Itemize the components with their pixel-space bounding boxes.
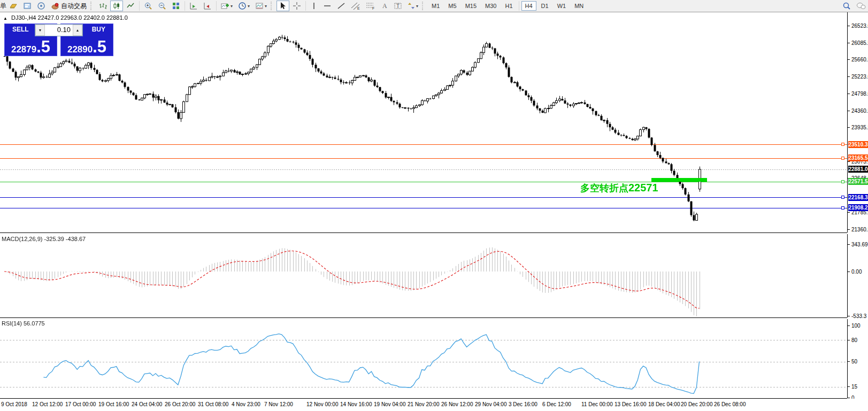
toolbar-separator	[139, 1, 140, 11]
navigator-icon[interactable]	[35, 1, 48, 11]
one-click-trade-panel: SELL 22879.5 BUY 22890.5 ▼ 0.10 ▲	[4, 24, 113, 56]
time-label: 21 Nov 20:00	[408, 401, 440, 407]
price-tick: 26523.0	[848, 23, 868, 29]
rsi-tick: 15	[848, 384, 868, 390]
bar-chart-icon[interactable]	[96, 1, 109, 11]
ohlc-open: 22427.0	[38, 14, 59, 21]
tile-windows-icon[interactable]	[170, 1, 182, 11]
price-tick: 24798.0	[848, 91, 868, 97]
zoom-in-icon[interactable]	[142, 1, 155, 11]
price-line-label: 23165.5	[848, 154, 868, 161]
toolbar-separator	[185, 1, 185, 11]
dropdown-caret: ▾	[265, 4, 267, 9]
rsi-tick: 50	[848, 359, 868, 365]
zoom-out-icon[interactable]	[156, 1, 168, 11]
toolbar-separator	[305, 1, 306, 11]
expand-triangle-icon[interactable]: ▲	[3, 16, 7, 21]
main-chart-canvas[interactable]	[0, 12, 847, 232]
timeframe-button-M1[interactable]: M1	[428, 1, 443, 11]
new-order-icon[interactable]	[7, 1, 20, 11]
main-price-axis[interactable]: 26523.026085.525660.525223.024798.024360…	[847, 12, 868, 232]
dropdown-caret: ▾	[416, 4, 418, 9]
cursor-icon[interactable]	[276, 1, 289, 11]
timeframe-bar: M1M5M15M30H1H4D1W1MN	[427, 1, 588, 11]
macd-window[interactable]: MACD(12,26,9) -325.39 -438.67	[0, 234, 847, 318]
time-label: 6 Dec 12:00	[542, 401, 571, 407]
macd-canvas[interactable]	[0, 234, 847, 317]
price-line-label: 23510.3	[848, 141, 868, 148]
text-icon[interactable]: A	[379, 1, 390, 11]
svg-text:T: T	[396, 3, 400, 9]
pivot-highlight-segment[interactable]	[651, 178, 707, 182]
templates-icon[interactable]: ▾	[253, 1, 269, 11]
pivot-annotation[interactable]: 多空转折点22571	[580, 182, 658, 195]
text-label-icon[interactable]: T	[391, 1, 404, 11]
auto-scroll-icon[interactable]	[187, 1, 200, 11]
chart-shift-icon[interactable]	[201, 1, 214, 11]
timeframe-button-W1[interactable]: W1	[554, 1, 570, 11]
time-label: 3 Dec 16:00	[509, 401, 537, 407]
price-line-label: 22881.0	[848, 166, 868, 173]
time-label: 24 Oct 04:00	[132, 401, 162, 407]
time-label: 17 Oct 00:00	[65, 401, 96, 407]
time-label: 12 Oct 12:00	[32, 401, 63, 407]
volume-increase-button[interactable]: ▲	[73, 25, 82, 36]
time-label: 19 Nov 04:00	[374, 401, 406, 407]
trendline-icon[interactable]	[335, 1, 348, 11]
time-label: 19 Oct 16:00	[98, 401, 129, 407]
indicators-icon[interactable]: ▾	[219, 1, 235, 11]
timeframe-button-MN[interactable]: MN	[571, 1, 587, 11]
macd-tick: 343.69	[848, 242, 868, 247]
timeframe-button-H1[interactable]: H1	[501, 1, 516, 11]
price-line-label: 22168.3	[848, 194, 868, 201]
time-label: 7 Nov 12:00	[264, 401, 293, 407]
time-label: 9 Oct 2018	[1, 401, 27, 407]
time-label: 18 Dec 04:00	[648, 401, 680, 407]
ohlc-close: 22881.0	[106, 14, 128, 21]
main-chart-window[interactable]	[0, 12, 847, 233]
timeframe-button-M30[interactable]: M30	[481, 1, 500, 11]
time-label: 14 Nov 16:00	[340, 401, 372, 407]
svg-text:A: A	[382, 2, 387, 10]
time-axis[interactable]: 9 Oct 201812 Oct 12:0017 Oct 00:0019 Oct…	[0, 399, 868, 411]
toolbar-grip	[422, 2, 425, 10]
time-label: 26 Oct 20:00	[165, 401, 195, 407]
svg-text:E: E	[357, 6, 360, 10]
timeframe-button-H4[interactable]: H4	[521, 1, 536, 11]
volume-decrease-button[interactable]: ▼	[35, 25, 45, 36]
sell-price: 22879.5	[5, 39, 57, 55]
buy-price: 22890.5	[61, 39, 113, 55]
price-tick: 25223.0	[848, 74, 868, 80]
arrows-icon[interactable]: ▾	[405, 1, 420, 11]
volume-control: ▼ 0.10 ▲	[35, 24, 83, 36]
periods-clock-icon[interactable]: ▾	[236, 1, 252, 11]
dropdown-caret: ▾	[248, 4, 250, 9]
profiles-icon[interactable]	[21, 1, 34, 11]
fibonacci-icon[interactable]: F	[364, 1, 378, 11]
timeframe-button-M15[interactable]: M15	[462, 1, 480, 11]
new-order-cut-label[interactable]: 单	[0, 2, 6, 11]
chat-icon[interactable]	[854, 1, 868, 11]
price-tick: 26085.5	[848, 40, 868, 46]
volume-input[interactable]: 0.10	[45, 25, 73, 36]
macd-tick: 0.00	[848, 269, 868, 275]
price-tick: 21360.5	[848, 227, 868, 232]
horizontal-line-icon[interactable]	[321, 1, 334, 11]
crosshair-icon[interactable]	[290, 1, 303, 11]
rsi-tick: 100	[848, 323, 868, 329]
symbol-info-line: ▲ DJ30-,H4 22427.0 22963.0 22402.0 22881…	[3, 14, 128, 21]
channel-icon[interactable]: E	[349, 1, 363, 11]
rsi-window[interactable]: RSI(14) 56.0775	[0, 319, 847, 399]
timeframe-button-M5[interactable]: M5	[444, 1, 460, 11]
time-label: 31 Oct 08:00	[198, 401, 228, 407]
candlestick-chart-icon[interactable]	[110, 1, 123, 11]
macd-value: -325.39	[44, 236, 64, 242]
vertical-line-icon[interactable]	[308, 1, 320, 11]
ohlc-low: 22402.0	[83, 14, 105, 21]
timeframe-button-D1[interactable]: D1	[537, 1, 552, 11]
search-icon[interactable]	[840, 1, 853, 11]
time-label: 13 Dec 16:00	[614, 401, 647, 407]
line-chart-icon[interactable]	[124, 1, 137, 11]
autotrading-button[interactable]: 自动交易	[49, 1, 89, 11]
rsi-canvas[interactable]	[0, 319, 847, 398]
